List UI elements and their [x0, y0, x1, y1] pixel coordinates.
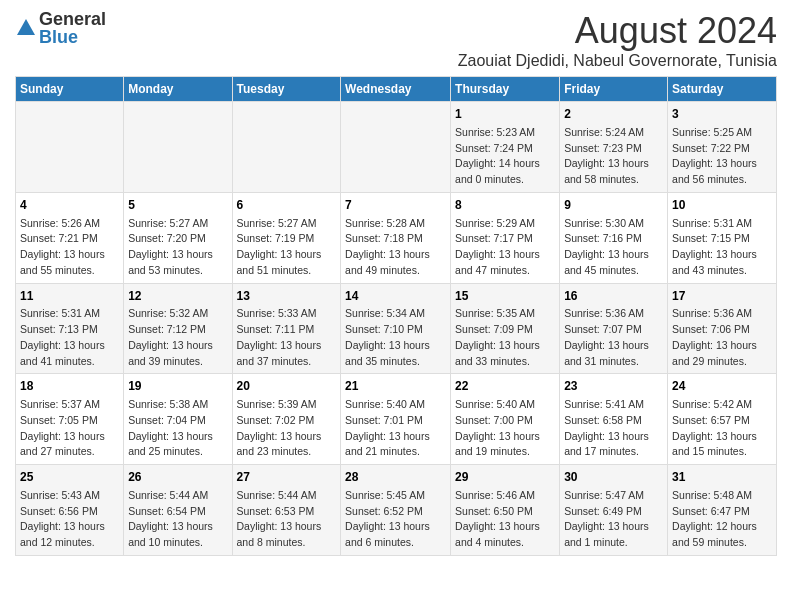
day-number: 16 — [564, 288, 663, 305]
day-number: 25 — [20, 469, 119, 486]
day-cell: 13Sunrise: 5:33 AM Sunset: 7:11 PM Dayli… — [232, 283, 341, 374]
day-cell: 5Sunrise: 5:27 AM Sunset: 7:20 PM Daylig… — [124, 192, 232, 283]
logo-blue: Blue — [39, 28, 106, 46]
day-content: Sunrise: 5:46 AM Sunset: 6:50 PM Dayligh… — [455, 488, 555, 551]
day-cell: 15Sunrise: 5:35 AM Sunset: 7:09 PM Dayli… — [451, 283, 560, 374]
day-number: 3 — [672, 106, 772, 123]
logo-general: General — [39, 10, 106, 28]
day-cell: 11Sunrise: 5:31 AM Sunset: 7:13 PM Dayli… — [16, 283, 124, 374]
day-content: Sunrise: 5:43 AM Sunset: 6:56 PM Dayligh… — [20, 488, 119, 551]
day-cell: 20Sunrise: 5:39 AM Sunset: 7:02 PM Dayli… — [232, 374, 341, 465]
logo: General Blue — [15, 10, 106, 46]
day-content: Sunrise: 5:44 AM Sunset: 6:53 PM Dayligh… — [237, 488, 337, 551]
day-cell: 28Sunrise: 5:45 AM Sunset: 6:52 PM Dayli… — [341, 465, 451, 556]
day-cell: 26Sunrise: 5:44 AM Sunset: 6:54 PM Dayli… — [124, 465, 232, 556]
header-cell-monday: Monday — [124, 77, 232, 102]
day-number: 8 — [455, 197, 555, 214]
day-number: 31 — [672, 469, 772, 486]
day-content: Sunrise: 5:36 AM Sunset: 7:07 PM Dayligh… — [564, 306, 663, 369]
day-number: 19 — [128, 378, 227, 395]
day-content: Sunrise: 5:29 AM Sunset: 7:17 PM Dayligh… — [455, 216, 555, 279]
day-content: Sunrise: 5:42 AM Sunset: 6:57 PM Dayligh… — [672, 397, 772, 460]
day-cell: 7Sunrise: 5:28 AM Sunset: 7:18 PM Daylig… — [341, 192, 451, 283]
day-number: 29 — [455, 469, 555, 486]
day-number: 22 — [455, 378, 555, 395]
day-cell: 8Sunrise: 5:29 AM Sunset: 7:17 PM Daylig… — [451, 192, 560, 283]
day-number: 17 — [672, 288, 772, 305]
day-content: Sunrise: 5:30 AM Sunset: 7:16 PM Dayligh… — [564, 216, 663, 279]
day-content: Sunrise: 5:26 AM Sunset: 7:21 PM Dayligh… — [20, 216, 119, 279]
day-number: 5 — [128, 197, 227, 214]
day-number: 7 — [345, 197, 446, 214]
day-number: 15 — [455, 288, 555, 305]
day-cell: 27Sunrise: 5:44 AM Sunset: 6:53 PM Dayli… — [232, 465, 341, 556]
day-content: Sunrise: 5:37 AM Sunset: 7:05 PM Dayligh… — [20, 397, 119, 460]
header-cell-tuesday: Tuesday — [232, 77, 341, 102]
day-content: Sunrise: 5:44 AM Sunset: 6:54 PM Dayligh… — [128, 488, 227, 551]
week-row-1: 1Sunrise: 5:23 AM Sunset: 7:24 PM Daylig… — [16, 102, 777, 193]
calendar-table: SundayMondayTuesdayWednesdayThursdayFrid… — [15, 76, 777, 556]
day-content: Sunrise: 5:45 AM Sunset: 6:52 PM Dayligh… — [345, 488, 446, 551]
day-content: Sunrise: 5:31 AM Sunset: 7:13 PM Dayligh… — [20, 306, 119, 369]
day-cell: 30Sunrise: 5:47 AM Sunset: 6:49 PM Dayli… — [560, 465, 668, 556]
day-cell: 14Sunrise: 5:34 AM Sunset: 7:10 PM Dayli… — [341, 283, 451, 374]
day-cell: 17Sunrise: 5:36 AM Sunset: 7:06 PM Dayli… — [668, 283, 777, 374]
day-number: 18 — [20, 378, 119, 395]
day-cell: 24Sunrise: 5:42 AM Sunset: 6:57 PM Dayli… — [668, 374, 777, 465]
day-content: Sunrise: 5:28 AM Sunset: 7:18 PM Dayligh… — [345, 216, 446, 279]
day-number: 11 — [20, 288, 119, 305]
day-content: Sunrise: 5:34 AM Sunset: 7:10 PM Dayligh… — [345, 306, 446, 369]
day-cell: 3Sunrise: 5:25 AM Sunset: 7:22 PM Daylig… — [668, 102, 777, 193]
day-content: Sunrise: 5:32 AM Sunset: 7:12 PM Dayligh… — [128, 306, 227, 369]
day-number: 27 — [237, 469, 337, 486]
day-cell: 31Sunrise: 5:48 AM Sunset: 6:47 PM Dayli… — [668, 465, 777, 556]
day-content: Sunrise: 5:33 AM Sunset: 7:11 PM Dayligh… — [237, 306, 337, 369]
header-cell-friday: Friday — [560, 77, 668, 102]
day-cell: 29Sunrise: 5:46 AM Sunset: 6:50 PM Dayli… — [451, 465, 560, 556]
svg-marker-0 — [17, 19, 35, 35]
day-number: 28 — [345, 469, 446, 486]
day-content: Sunrise: 5:27 AM Sunset: 7:19 PM Dayligh… — [237, 216, 337, 279]
header-cell-sunday: Sunday — [16, 77, 124, 102]
day-content: Sunrise: 5:47 AM Sunset: 6:49 PM Dayligh… — [564, 488, 663, 551]
day-cell: 25Sunrise: 5:43 AM Sunset: 6:56 PM Dayli… — [16, 465, 124, 556]
day-number: 9 — [564, 197, 663, 214]
day-cell: 10Sunrise: 5:31 AM Sunset: 7:15 PM Dayli… — [668, 192, 777, 283]
title-area: August 2024 Zaouiat Djedidi, Nabeul Gove… — [458, 10, 777, 70]
subtitle: Zaouiat Djedidi, Nabeul Governorate, Tun… — [458, 52, 777, 70]
week-row-4: 18Sunrise: 5:37 AM Sunset: 7:05 PM Dayli… — [16, 374, 777, 465]
day-number: 13 — [237, 288, 337, 305]
day-cell: 21Sunrise: 5:40 AM Sunset: 7:01 PM Dayli… — [341, 374, 451, 465]
week-row-2: 4Sunrise: 5:26 AM Sunset: 7:21 PM Daylig… — [16, 192, 777, 283]
day-cell: 18Sunrise: 5:37 AM Sunset: 7:05 PM Dayli… — [16, 374, 124, 465]
day-content: Sunrise: 5:36 AM Sunset: 7:06 PM Dayligh… — [672, 306, 772, 369]
day-content: Sunrise: 5:48 AM Sunset: 6:47 PM Dayligh… — [672, 488, 772, 551]
day-cell: 16Sunrise: 5:36 AM Sunset: 7:07 PM Dayli… — [560, 283, 668, 374]
header: General Blue August 2024 Zaouiat Djedidi… — [15, 10, 777, 70]
day-number: 26 — [128, 469, 227, 486]
day-number: 24 — [672, 378, 772, 395]
day-cell — [341, 102, 451, 193]
main-title: August 2024 — [458, 10, 777, 52]
day-cell: 4Sunrise: 5:26 AM Sunset: 7:21 PM Daylig… — [16, 192, 124, 283]
logo-icon — [15, 17, 37, 39]
header-cell-thursday: Thursday — [451, 77, 560, 102]
day-number: 21 — [345, 378, 446, 395]
day-cell: 6Sunrise: 5:27 AM Sunset: 7:19 PM Daylig… — [232, 192, 341, 283]
day-cell — [124, 102, 232, 193]
day-content: Sunrise: 5:38 AM Sunset: 7:04 PM Dayligh… — [128, 397, 227, 460]
week-row-5: 25Sunrise: 5:43 AM Sunset: 6:56 PM Dayli… — [16, 465, 777, 556]
day-content: Sunrise: 5:35 AM Sunset: 7:09 PM Dayligh… — [455, 306, 555, 369]
day-number: 12 — [128, 288, 227, 305]
day-number: 6 — [237, 197, 337, 214]
day-cell: 23Sunrise: 5:41 AM Sunset: 6:58 PM Dayli… — [560, 374, 668, 465]
day-number: 1 — [455, 106, 555, 123]
day-content: Sunrise: 5:40 AM Sunset: 7:00 PM Dayligh… — [455, 397, 555, 460]
header-cell-saturday: Saturday — [668, 77, 777, 102]
day-number: 20 — [237, 378, 337, 395]
day-cell: 9Sunrise: 5:30 AM Sunset: 7:16 PM Daylig… — [560, 192, 668, 283]
day-number: 30 — [564, 469, 663, 486]
day-cell: 12Sunrise: 5:32 AM Sunset: 7:12 PM Dayli… — [124, 283, 232, 374]
day-content: Sunrise: 5:25 AM Sunset: 7:22 PM Dayligh… — [672, 125, 772, 188]
day-cell: 19Sunrise: 5:38 AM Sunset: 7:04 PM Dayli… — [124, 374, 232, 465]
